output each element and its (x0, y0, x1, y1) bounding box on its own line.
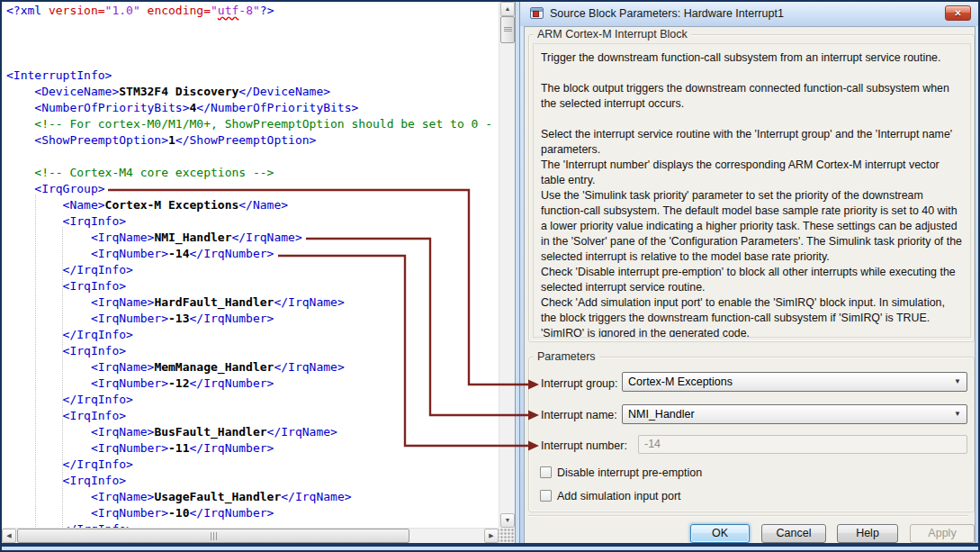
editor-vertical-scrollbar[interactable]: ▲ ▼ (499, 2, 515, 528)
add-sim-input-checkbox[interactable] (540, 490, 552, 502)
code-line: <IrqInfo> (6, 213, 499, 230)
code-line: <IrqInfo> (6, 473, 499, 489)
code-line: <ShowPreemptOption>1</ShowPreemptOption> (6, 132, 499, 149)
code-line: </IrqInfo> (6, 262, 499, 278)
close-button[interactable]: ✕ (945, 5, 971, 21)
thumb-grip (504, 27, 512, 28)
description-paragraph: 'SimIRQ' is ignored in the generated cod… (541, 326, 963, 338)
code-line: <IrqGroup> (6, 181, 499, 197)
code-line: </IrqInfo> (6, 521, 499, 528)
disable-preemption-checkbox[interactable] (540, 466, 552, 478)
code-line: <IrqName>BusFault_Handler</IrqName> (6, 424, 499, 440)
chevron-down-icon: ▼ (952, 405, 963, 423)
interrupt-group-dropdown[interactable]: Cortex-M Exceptions ▼ (622, 372, 967, 392)
button-separator (527, 515, 968, 517)
code-line: <IrqNumber>-13</IrqNumber> (6, 311, 499, 327)
code-line (6, 35, 499, 51)
thumb-grip (213, 532, 214, 540)
interrupt-name-label: Interrupt name: (541, 409, 617, 421)
resize-grip (499, 528, 515, 543)
block-heading: ARM Cortex-M Interrupt Block (534, 28, 691, 41)
apply-button[interactable]: Apply (910, 524, 975, 543)
code-line: <DeviceName>STM32F4 Discovery</DeviceNam… (6, 84, 499, 100)
description-paragraph: The 'Interrupt number' displays the corr… (541, 158, 963, 188)
code-line (6, 19, 499, 35)
code-line: <?xml version="1.0" encoding="utf-8"?> (6, 3, 499, 19)
interrupt-name-dropdown[interactable]: NMI_Handler ▼ (622, 404, 967, 424)
dialog-title: Source Block Parameters: Hardware Interr… (550, 2, 784, 25)
editor-horizontal-scrollbar[interactable]: ◀ ▶ (2, 528, 499, 543)
code-line (6, 51, 499, 68)
scroll-right-icon[interactable]: ▶ (484, 529, 499, 543)
scroll-up-icon[interactable]: ▲ (500, 2, 515, 16)
vertical-scroll-thumb[interactable] (500, 16, 515, 43)
block-description: Trigger the downstream function-call sub… (533, 43, 971, 338)
code-line: <IrqInfo> (6, 343, 499, 359)
cancel-button[interactable]: Cancel (761, 524, 826, 543)
code-line: <IrqName>NMI_Handler</IrqName> (6, 230, 499, 246)
indent-guide (35, 195, 36, 527)
code-line (6, 149, 499, 165)
ok-button[interactable]: OK (690, 524, 750, 543)
interrupt-name-value: NMI_Handler (628, 405, 695, 423)
code-line: <IrqName>HardFault_Handler</IrqName> (6, 294, 499, 311)
scroll-down-icon[interactable]: ▼ (500, 513, 515, 528)
description-paragraph: Use the 'Simulink task priority' paramet… (541, 188, 963, 265)
description-paragraph: Check 'Add simulation input port' to ena… (541, 295, 963, 326)
code-line: <IrqInfo> (6, 278, 499, 294)
source-block-parameters-dialog: Source Block Parameters: Hardware Interr… (519, 2, 978, 543)
parameters-legend: Parameters (534, 350, 599, 363)
interrupt-group-value: Cortex-M Exceptions (628, 373, 733, 391)
code-line: <IrqNumber>-10</IrqNumber> (6, 505, 499, 521)
code-line: <IrqNumber>-11</IrqNumber> (6, 440, 499, 457)
interrupt-number-value: -14 (644, 436, 661, 453)
dialog-titlebar[interactable]: Source Block Parameters: Hardware Interr… (520, 2, 978, 26)
description-paragraph: Select the interrupt service routine wit… (541, 127, 963, 158)
code-line: <!-- Cortex-M4 core exceptions --> (6, 165, 499, 181)
scroll-left-icon[interactable]: ◀ (2, 529, 16, 543)
screenshot-frame: <?xml version="1.0" encoding="utf-8"?><I… (0, 0, 980, 552)
code-line: </IrqInfo> (6, 327, 499, 343)
code-line: </IrqInfo> (6, 457, 499, 473)
code-lines[interactable]: <?xml version="1.0" encoding="utf-8"?><I… (2, 2, 499, 528)
interrupt-number-field: -14 (638, 435, 967, 454)
chevron-down-icon: ▼ (952, 373, 963, 391)
close-icon: ✕ (954, 8, 961, 18)
code-line: <!-- For cortex-M0/M1/M0+, ShowPreemptOp… (6, 116, 499, 132)
add-sim-input-label: Add simulation input port (557, 490, 681, 502)
description-paragraph: The block output triggers the downstream… (541, 81, 963, 112)
interrupt-number-label: Interrupt number: (541, 439, 627, 452)
help-button[interactable]: Help (837, 524, 898, 543)
code-line: <IrqName>UsageFault_Handler</IrqName> (6, 489, 499, 505)
indent-guide (62, 227, 63, 527)
code-line: <IrqNumber>-12</IrqNumber> (6, 376, 499, 392)
description-paragraph: Check 'Disable interrupt pre-emption' to… (541, 265, 963, 295)
code-line: <InterruptInfo> (6, 68, 499, 84)
horizontal-scroll-thumb[interactable] (17, 529, 409, 543)
code-line: </IrqInfo> (6, 392, 499, 408)
code-line: <IrqName>MemManage_Handler</IrqName> (6, 359, 499, 376)
disable-preemption-label: Disable interrupt pre-emption (557, 466, 702, 479)
code-line: <NumberOfPriorityBits>4</NumberOfPriorit… (6, 100, 499, 116)
code-line: <Name>Cortex-M Exceptions</Name> (6, 197, 499, 213)
description-paragraph: Trigger the downstream function-call sub… (541, 50, 963, 66)
xml-editor-pane[interactable]: <?xml version="1.0" encoding="utf-8"?><I… (2, 2, 516, 543)
block-parameters-icon (530, 7, 544, 19)
code-line: <IrqNumber>-14</IrqNumber> (6, 246, 499, 262)
code-line: <IrqInfo> (6, 408, 499, 424)
window-bottom-border (2, 543, 978, 547)
interrupt-group-label: Interrupt group: (541, 377, 617, 390)
